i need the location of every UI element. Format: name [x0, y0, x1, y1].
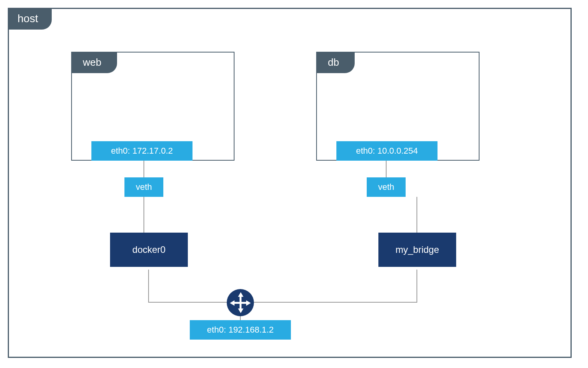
connector-line	[240, 316, 241, 320]
veth-web: veth	[124, 177, 163, 197]
connector-line	[386, 161, 387, 177]
connector-line	[148, 270, 149, 303]
container-web: web eth0: 172.17.0.2	[71, 52, 234, 161]
router-arrows-icon	[231, 293, 250, 312]
container-web-label: web	[71, 52, 117, 73]
host-container: host web eth0: 172.17.0.2 db eth0: 10.0.…	[8, 8, 572, 358]
container-db-label: db	[316, 52, 355, 73]
bridge-docker0: docker0	[110, 233, 188, 267]
web-eth0: eth0: 172.17.0.2	[91, 141, 192, 161]
connector-line	[416, 197, 417, 233]
container-db: db eth0: 10.0.0.254	[316, 52, 480, 161]
connector-line	[144, 161, 144, 177]
bridge-mybridge: my_bridge	[378, 233, 456, 267]
host-eth0: eth0: 192.168.1.2	[190, 320, 291, 340]
connector-line	[144, 197, 144, 233]
host-tab-label: host	[8, 8, 52, 30]
veth-db: veth	[367, 177, 406, 197]
router-icon	[227, 289, 254, 316]
connector-line	[416, 270, 417, 303]
db-eth0: eth0: 10.0.0.254	[336, 141, 438, 161]
connector-line	[148, 302, 227, 303]
connector-line	[254, 302, 417, 303]
